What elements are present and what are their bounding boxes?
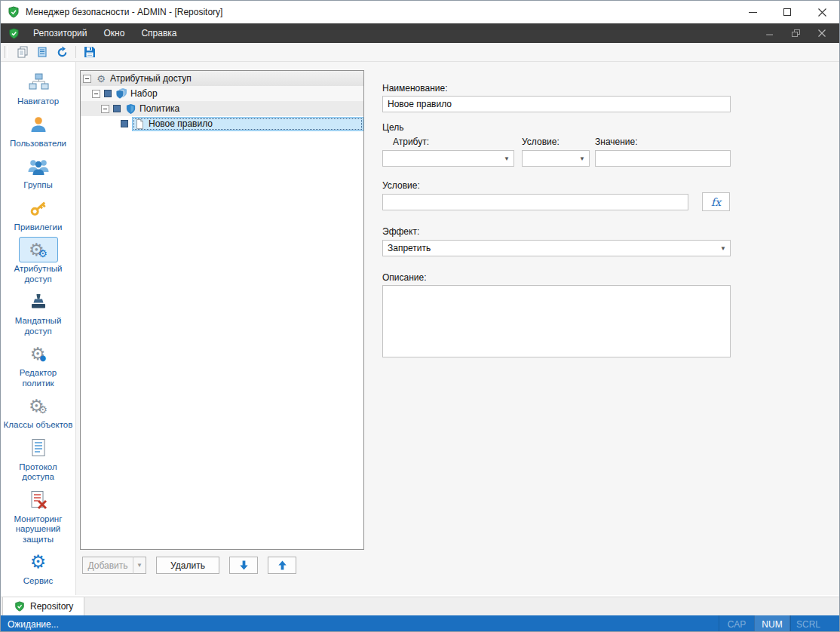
sidebar-item-violation-monitoring[interactable]: Мониторинг нарушений защиты (2, 487, 75, 545)
chevron-down-icon: ▼ (500, 155, 514, 162)
main-area: Навигатор Пользователи Группы Привилегии… (1, 62, 839, 595)
arrow-up-icon (277, 560, 288, 571)
sidebar-item-policy-editor[interactable]: ⚙● Редактор политик (2, 341, 75, 388)
attribute-access-gears-icon: ⚙⚙ (19, 237, 58, 262)
delete-button[interactable]: Удалить (156, 557, 219, 574)
tab-repository[interactable]: Repository (2, 597, 84, 615)
app-shield-icon (8, 6, 20, 18)
sidebar-item-navigator[interactable]: Навигатор (2, 69, 75, 107)
gear-icon: ⚙ (95, 72, 107, 84)
sidebar-item-mandatory-access[interactable]: Мандатный доступ (2, 289, 75, 336)
selected-tree-node[interactable]: Новое правило (132, 117, 363, 131)
condition-column-label: Условие: (522, 137, 559, 147)
sidebar-item-service[interactable]: ⚙ Сервис (2, 549, 75, 587)
caps-lock-indicator: CAP (719, 615, 754, 632)
arrow-down-icon (238, 560, 250, 571)
sidebar: Навигатор Пользователи Группы Привилегии… (1, 62, 76, 595)
tree-node-policy[interactable]: Политика (81, 101, 363, 116)
condition-combobox[interactable]: ▼ (522, 150, 590, 167)
service-gear-icon: ⚙ (19, 549, 58, 575)
refresh-button[interactable] (52, 44, 72, 61)
sidebar-item-users[interactable]: Пользователи (2, 112, 75, 149)
value-input[interactable] (595, 150, 731, 167)
sidebar-item-groups[interactable]: Группы (2, 153, 75, 191)
tree-expand-toggle[interactable] (83, 75, 91, 83)
content-area: ⚙ Атрибутный доступ Набор Политика (76, 62, 839, 595)
document-button[interactable] (32, 44, 52, 61)
tree-checkbox[interactable] (121, 120, 128, 127)
repository-shield-icon (14, 600, 26, 612)
attribute-label: Атрибут: (393, 137, 429, 147)
mandatory-access-stamp-icon (29, 293, 48, 311)
move-down-button[interactable] (229, 557, 258, 574)
tree-node-set[interactable]: Набор (81, 86, 363, 101)
name-input[interactable] (382, 96, 731, 112)
toolbar (1, 43, 839, 62)
effect-label: Эффект: (382, 226, 419, 237)
menubar: Репозиторий Окно Справка (1, 23, 839, 43)
menu-window[interactable]: Окно (96, 23, 133, 43)
fx-expression-button[interactable]: fx (702, 192, 730, 211)
document-tabstrip: Repository (1, 597, 839, 615)
users-icon (29, 115, 48, 134)
close-button[interactable] (805, 1, 839, 23)
tree-actions: Добавить ▼ Удалить (82, 557, 296, 574)
statusbar: Ожидание... CAP NUM SCRL (1, 615, 839, 632)
condition-input[interactable] (382, 194, 688, 210)
attribute-combobox[interactable]: ▼ (382, 150, 514, 167)
app-window: Менеджер безопасности - ADMIN - [Reposit… (0, 0, 840, 632)
save-icon (84, 46, 96, 58)
menubar-app-shield-icon (8, 27, 20, 39)
menu-help[interactable]: Справка (133, 23, 185, 43)
chevron-down-icon: ▼ (575, 155, 589, 162)
minimize-button[interactable] (735, 1, 770, 23)
target-label: Цель (382, 122, 403, 133)
status-message: Ожидание... (1, 615, 59, 632)
move-up-button[interactable] (268, 557, 296, 574)
tree-checkbox[interactable] (104, 90, 112, 97)
tree-node-attribute-access[interactable]: ⚙ Атрибутный доступ (81, 71, 363, 86)
copy-document-button[interactable] (13, 44, 32, 61)
scroll-lock-indicator: SCRL (790, 615, 826, 632)
add-dropdown-button[interactable]: ▼ (133, 557, 146, 574)
toolbar-grip[interactable] (5, 46, 8, 58)
menu-repository[interactable]: Репозиторий (25, 23, 96, 43)
access-log-document-icon (29, 438, 48, 458)
tree-expand-toggle[interactable] (92, 90, 100, 98)
groups-icon (28, 157, 49, 176)
chevron-down-icon: ▼ (716, 245, 730, 252)
description-textarea[interactable] (382, 285, 731, 357)
add-button[interactable]: Добавить (82, 557, 133, 574)
maximize-button[interactable] (770, 1, 805, 23)
page-icon (133, 118, 146, 130)
num-lock-indicator: NUM (754, 615, 790, 632)
effect-combobox[interactable]: Запретить ▼ (382, 240, 731, 256)
document-icon (36, 46, 48, 58)
rules-tree: ⚙ Атрибутный доступ Набор Политика (80, 70, 364, 550)
window-title: Менеджер безопасности - ADMIN - [Reposit… (26, 7, 222, 17)
object-classes-gears-icon: ⚙⚙ (19, 393, 58, 419)
shield-stack-icon (115, 87, 127, 100)
condition-label: Условие: (382, 180, 420, 191)
refresh-icon (56, 46, 69, 59)
shield-icon (124, 103, 136, 115)
privileges-key-icon (28, 198, 49, 219)
tree-checkbox[interactable] (113, 105, 121, 112)
mdi-restore-icon (792, 29, 800, 38)
save-button[interactable] (80, 44, 100, 61)
copy-document-icon (17, 46, 29, 58)
value-label: Значение: (595, 137, 638, 147)
policy-editor-gear-icon: ⚙● (19, 341, 58, 367)
tree-expand-toggle[interactable] (101, 105, 109, 113)
sidebar-item-attribute-access[interactable]: ⚙⚙ Атрибутный доступ (2, 237, 75, 284)
name-label: Наименование: (382, 83, 448, 94)
titlebar: Менеджер безопасности - ADMIN - [Reposit… (1, 1, 839, 23)
sidebar-item-privileges[interactable]: Привилегии (2, 195, 75, 233)
sidebar-item-object-classes[interactable]: ⚙⚙ Классы объектов (2, 393, 75, 431)
mdi-minimize-icon (766, 29, 774, 37)
mdi-close-icon (818, 29, 826, 37)
navigator-icon (27, 72, 50, 92)
sidebar-item-access-log[interactable]: Протокол доступа (2, 435, 75, 483)
tree-node-new-rule[interactable]: Новое правило (81, 116, 363, 131)
rule-form: Наименование: Цель Атрибут: Условие: Зна… (382, 62, 731, 595)
